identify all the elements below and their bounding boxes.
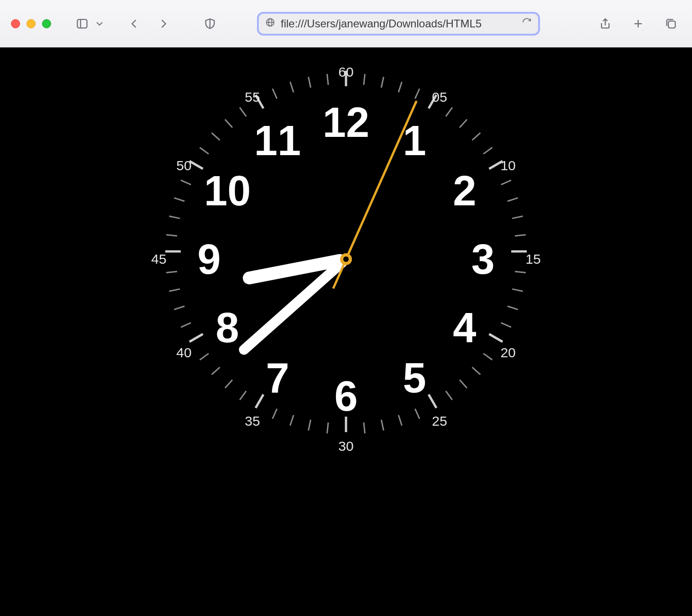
new-tab-button[interactable] <box>628 14 648 34</box>
tick-minor <box>445 107 453 117</box>
sidebar-toggle-group <box>72 14 105 34</box>
tick-minor <box>515 271 526 273</box>
tick-minor <box>239 107 247 117</box>
tick-minor <box>174 306 185 310</box>
tick-minor <box>181 322 191 328</box>
analog-clock: 121234567891011600510152025303540455055 <box>154 68 538 451</box>
second-numeral: 05 <box>432 89 447 105</box>
tick-minor <box>512 288 523 292</box>
tick-major <box>255 394 264 408</box>
tab-overview-button[interactable] <box>661 14 681 34</box>
forward-button[interactable] <box>153 14 173 34</box>
hour-numeral: 6 <box>334 372 357 420</box>
right-tool-group <box>595 14 681 34</box>
tick-minor <box>169 215 180 219</box>
hour-numeral: 11 <box>254 117 301 165</box>
tick-minor <box>381 77 384 88</box>
page-content: 121234567891011600510152025303540455055 <box>0 47 692 616</box>
shield-icon <box>204 17 216 30</box>
reload-button[interactable] <box>522 17 532 30</box>
tick-minor <box>174 197 185 202</box>
tick-minor <box>211 132 220 141</box>
privacy-shield-button[interactable] <box>200 14 220 34</box>
hour-numeral: 12 <box>323 99 369 146</box>
tick-minor <box>211 367 220 375</box>
nav-arrow-group <box>124 14 173 34</box>
reload-icon <box>522 17 532 27</box>
tick-minor <box>308 420 311 431</box>
tick-minor <box>199 353 209 360</box>
second-numeral: 50 <box>176 158 191 173</box>
tick-minor <box>459 379 467 388</box>
tick-minor <box>166 234 177 236</box>
tick-minor <box>472 367 481 375</box>
share-button[interactable] <box>595 14 615 34</box>
tabs-icon <box>665 17 677 30</box>
hour-numeral: 10 <box>204 167 251 215</box>
tick-minor <box>272 89 278 99</box>
clock-pivot-hole <box>343 256 349 262</box>
hour-numeral: 3 <box>471 235 494 283</box>
tick-minor <box>398 415 403 426</box>
tick-minor <box>515 234 526 236</box>
tick-minor <box>501 322 511 328</box>
hour-numeral: 9 <box>197 235 220 283</box>
close-window-button[interactable] <box>11 19 20 28</box>
second-numeral: 30 <box>338 439 353 454</box>
tick-minor <box>308 77 311 88</box>
tick-minor <box>326 74 329 85</box>
address-bar-wrap <box>228 12 569 36</box>
second-numeral: 35 <box>245 413 260 429</box>
back-button[interactable] <box>124 14 144 34</box>
window-controls <box>11 19 51 28</box>
second-numeral: 20 <box>500 345 515 360</box>
tick-minor <box>181 180 191 186</box>
plus-icon <box>632 17 645 30</box>
maximize-window-button[interactable] <box>42 19 51 28</box>
second-numeral: 15 <box>525 251 540 267</box>
globe-icon <box>265 17 275 30</box>
sidebar-menu-button[interactable] <box>94 14 105 34</box>
tick-minor <box>501 180 511 186</box>
tick-minor <box>483 147 493 155</box>
svg-rect-0 <box>78 19 87 28</box>
tick-minor <box>169 288 180 292</box>
chevron-right-icon <box>157 17 170 30</box>
tick-major <box>428 394 437 408</box>
url-input[interactable] <box>281 17 516 30</box>
browser-toolbar <box>0 0 692 47</box>
address-bar[interactable] <box>257 12 540 36</box>
hour-numeral: 4 <box>453 304 476 352</box>
tick-minor <box>289 82 294 93</box>
tick-minor <box>225 379 233 388</box>
tick-major <box>189 333 204 343</box>
tick-minor <box>326 423 329 433</box>
tick-minor <box>289 415 294 426</box>
tick-major <box>488 333 503 343</box>
tick-minor <box>445 391 453 400</box>
hour-numeral: 8 <box>216 304 239 352</box>
svg-rect-8 <box>668 21 675 28</box>
tick-minor <box>459 119 467 128</box>
hour-numeral: 7 <box>266 354 289 402</box>
tick-minor <box>483 353 493 360</box>
hour-numeral: 2 <box>453 167 476 215</box>
tick-minor <box>363 423 365 433</box>
chevron-down-icon <box>94 17 105 30</box>
second-numeral: 60 <box>338 64 353 80</box>
tick-major <box>165 251 181 253</box>
second-numeral: 45 <box>151 251 166 267</box>
hour-numeral: 5 <box>403 354 426 402</box>
chevron-left-icon <box>128 17 141 30</box>
sidebar-toggle-button[interactable] <box>72 14 92 34</box>
tick-minor <box>239 391 247 400</box>
tick-major <box>511 251 527 253</box>
tick-minor <box>472 132 481 141</box>
minimize-window-button[interactable] <box>26 19 36 28</box>
tick-minor <box>381 420 384 431</box>
tick-minor <box>414 408 420 419</box>
second-numeral: 40 <box>176 345 191 360</box>
second-numeral: 25 <box>432 413 447 429</box>
second-numeral: 55 <box>245 89 260 105</box>
tick-minor <box>414 89 420 99</box>
